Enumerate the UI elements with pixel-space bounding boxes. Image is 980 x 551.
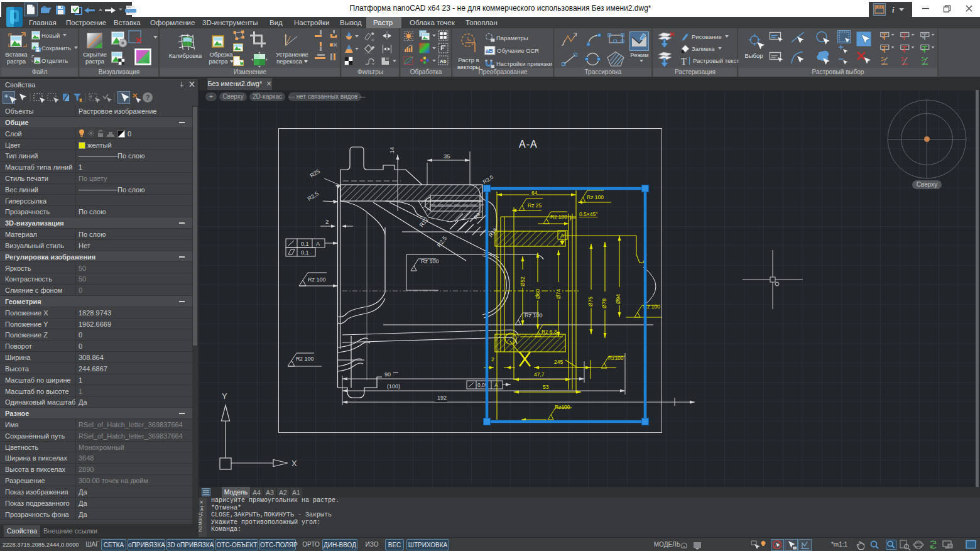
svg-text:R25: R25	[309, 168, 321, 178]
svg-text:T: T	[681, 57, 687, 67]
svg-text:A: A	[560, 232, 564, 239]
svg-text:A: A	[494, 382, 498, 388]
svg-text:0,1: 0,1	[301, 241, 309, 247]
svg-text:Rz 100: Rz 100	[296, 356, 314, 362]
svg-text:Ø74: Ø74	[555, 289, 562, 299]
svg-text:aB: aB	[486, 47, 493, 54]
svg-text:53: 53	[543, 384, 549, 390]
svg-text:Ø60: Ø60	[535, 289, 541, 299]
svg-text:90: 90	[384, 371, 391, 378]
svg-text:X: X	[291, 459, 297, 468]
svg-text:192: 192	[437, 395, 447, 401]
svg-text:(100): (100)	[387, 383, 400, 390]
svg-text:0.5×45°: 0.5×45°	[579, 211, 598, 217]
svg-text:Rz100: Rz100	[608, 355, 624, 361]
svg-text:Ø94: Ø94	[615, 294, 621, 304]
svg-text:0,1: 0,1	[301, 249, 309, 256]
svg-text:14: 14	[389, 147, 395, 153]
svg-text:R2,5: R2,5	[482, 173, 495, 185]
svg-text:35: 35	[444, 153, 450, 160]
svg-text:Rz 100: Rz 100	[550, 214, 567, 220]
svg-text:Rz 25: Rz 25	[528, 202, 542, 209]
svg-text:Rz 100: Rz 100	[587, 194, 604, 200]
svg-text:245: 245	[554, 359, 563, 365]
svg-text:Y: Y	[222, 391, 227, 401]
svg-text:A-A: A-A	[519, 139, 538, 150]
svg-text:Rz100: Rz100	[555, 404, 570, 410]
svg-text:A: A	[316, 241, 320, 247]
svg-text:Rz 100: Rz 100	[525, 312, 543, 319]
svg-text:Rz 100: Rz 100	[308, 276, 326, 283]
svg-text:47,7: 47,7	[534, 371, 545, 378]
svg-text:Rz 6,3: Rz 6,3	[542, 329, 557, 335]
svg-text:2: 2	[491, 356, 494, 363]
svg-text:Rz 100: Rz 100	[421, 258, 439, 265]
svg-text:R2,5: R2,5	[436, 235, 449, 248]
svg-text:2: 2	[325, 218, 329, 225]
svg-text:Ø75: Ø75	[587, 297, 594, 307]
svg-text:64: 64	[531, 190, 538, 196]
svg-text:Ab: Ab	[440, 58, 447, 64]
svg-text:?: ?	[146, 94, 150, 101]
svg-text:i: i	[892, 5, 895, 14]
svg-text:Ø52: Ø52	[520, 276, 526, 286]
svg-text:R2,5: R2,5	[307, 190, 320, 202]
svg-text:Ø78: Ø78	[601, 298, 607, 308]
